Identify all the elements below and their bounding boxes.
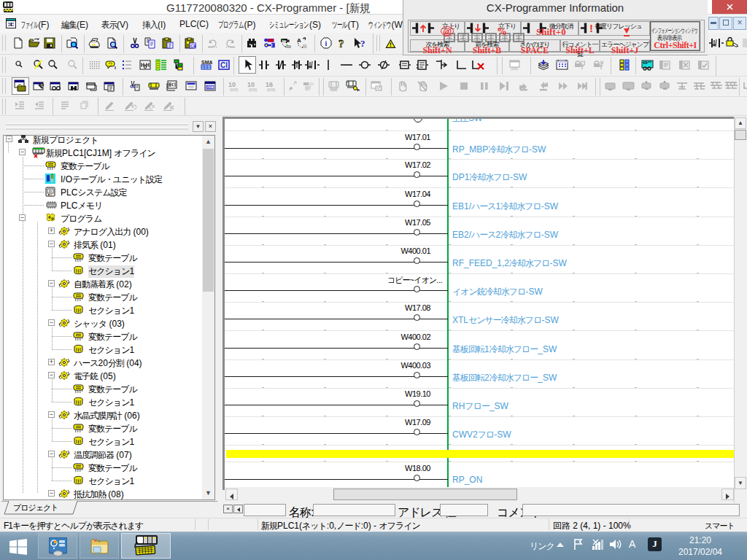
svg-text:!: ! [589, 22, 593, 34]
